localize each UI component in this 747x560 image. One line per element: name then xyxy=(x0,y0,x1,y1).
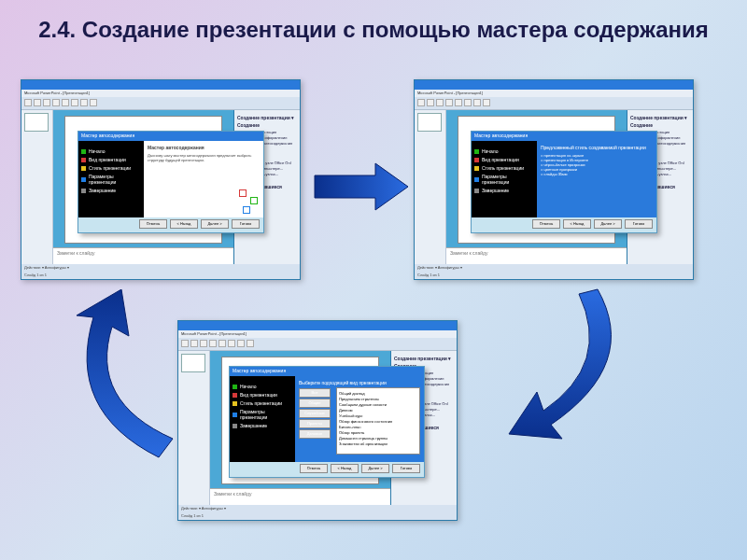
arrow-curved-down-icon xyxy=(458,280,644,467)
screenshot-step-1: Microsoft PowerPoint - [Презентация1] За… xyxy=(21,79,301,280)
wizard-dialog-step1: Мастер автосодержания Начало Вид презент… xyxy=(78,131,264,233)
wizard-next-button[interactable]: Далее > xyxy=(201,219,229,229)
screenshot-step-2: Microsoft PowerPoint - [Презентация1] За… xyxy=(414,79,694,280)
wizard-content-intro: Мастер автосодержания Данному шагу масте… xyxy=(144,141,263,217)
toolbar xyxy=(21,97,300,110)
notes-pane: Заметки к слайду xyxy=(53,247,233,264)
window-titlebar xyxy=(21,80,300,90)
status-bar: Слайд 1 из 1 xyxy=(21,272,300,279)
presentation-type-list[interactable]: Общий доклад Предлагаем стратегию Сообща… xyxy=(336,387,420,455)
page-title: 2.4. Создание презентации с помощью маст… xyxy=(0,0,747,52)
drawing-bar: Действия ▾ Автофигуры ▾ xyxy=(21,264,300,272)
wizard-back-button[interactable]: < Назад xyxy=(170,219,198,229)
wizard-cancel-button[interactable]: Отмена xyxy=(139,219,167,229)
wizard-dialog-step2: Мастер автосодержания Начало Вид презент… xyxy=(471,131,657,233)
wizard-finish-button[interactable]: Готово xyxy=(232,219,260,229)
wizard-dialog-step3: Мастер автосодержания Начало Вид презент… xyxy=(229,366,425,478)
wizard-steps-list: Начало Вид презентации Стиль презентации… xyxy=(78,141,144,217)
wizard-content-style: Предложенный стиль создаваемой презентац… xyxy=(537,141,656,217)
slide-canvas: Заметки к слайду Мастер автосодержания Н… xyxy=(53,110,234,264)
menubar: Microsoft PowerPoint - [Презентация1] xyxy=(21,90,300,97)
arrow-right-icon xyxy=(310,159,413,215)
wizard-button-row: Отмена < Назад Далее > Готово xyxy=(78,217,263,232)
wizard-title: Мастер автосодержания xyxy=(78,132,263,141)
svg-marker-0 xyxy=(315,163,408,210)
wizard-content-type: Выберите подходящий вид презентации Все … xyxy=(295,376,424,462)
slide-thumbs xyxy=(21,110,53,264)
arrow-curved-up-icon xyxy=(56,289,224,476)
